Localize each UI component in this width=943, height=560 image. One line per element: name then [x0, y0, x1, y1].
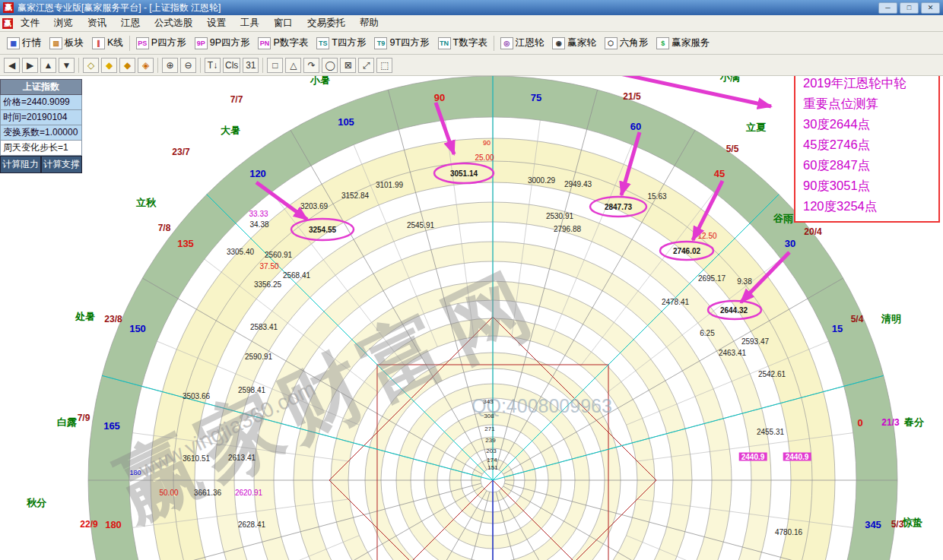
toolbar-button-5[interactable]: PNP数字表	[254, 35, 312, 51]
wheel-number-label: 34.38	[249, 220, 268, 229]
menu-item-1[interactable]: 浏览	[47, 15, 80, 31]
toolbar-button-label: P数字表	[273, 36, 308, 49]
toolbar-button-2[interactable]: ∥K线	[88, 35, 127, 51]
zoom-out-icon[interactable]: ⊖	[180, 58, 196, 73]
toolbar-button-3[interactable]: PSP四方形	[132, 35, 190, 51]
wheel-number-label: 3356.25	[254, 280, 281, 289]
solar-term-label: 秋分	[27, 496, 46, 510]
solar-term-label: 小满	[720, 76, 740, 84]
maximize-button[interactable]: □	[900, 2, 919, 14]
wheel-number-label: 3610.51	[183, 454, 210, 463]
diamond-yellow-icon[interactable]: ◆	[101, 58, 117, 73]
diamond-outline-icon[interactable]: ◇	[83, 58, 99, 73]
degree-label: 0	[857, 417, 862, 429]
menu-item-2[interactable]: 资讯	[81, 15, 113, 31]
minimize-button[interactable]: ─	[878, 2, 897, 14]
degree-label: 90	[434, 92, 445, 103]
menu-item-8[interactable]: 交易委托	[300, 15, 352, 31]
wheel-number-label: 2568.41	[283, 271, 310, 280]
toolbar-button-4[interactable]: 9P9P四方形	[191, 35, 254, 51]
toolbar-button-label: 江恩轮	[516, 36, 545, 49]
menu-bar: 赢 文件浏览资讯江恩公式选股设置工具窗口交易委托帮助	[0, 15, 943, 32]
toolbar-button-0[interactable]: ▦行情	[3, 35, 45, 51]
menu-item-7[interactable]: 窗口	[267, 15, 300, 31]
degree-label: 60	[630, 121, 641, 132]
main-toolbar: ▦行情▤板块∥K线PSP四方形9P9P四方形PNP数字表TST四方形T99T四方…	[0, 32, 943, 55]
menu-logo-icon: 赢	[2, 18, 13, 29]
solar-term-label: 处暑	[75, 310, 95, 324]
rect-tool-icon[interactable]: □	[267, 58, 283, 73]
wheel-number-label: 203	[486, 448, 496, 454]
instrument-name: 上证指数	[0, 79, 82, 95]
select-tool-icon[interactable]: ⬚	[376, 58, 392, 73]
wheel-number-label: 2593.47	[741, 337, 769, 346]
toolbar-button-label: T数字表	[453, 36, 487, 49]
date-label: 7/8	[158, 223, 171, 233]
wheel-number-label: 180	[129, 469, 141, 476]
diamond-plus-icon[interactable]: ◈	[138, 58, 154, 73]
toolbar-button-1[interactable]: ▤板块	[46, 35, 87, 51]
menu-item-0[interactable]: 文件	[14, 15, 46, 31]
calc-button-1[interactable]: 计算支撑	[41, 156, 82, 173]
pointer-up-icon[interactable]: ▲	[40, 58, 56, 73]
toolbar-separator	[200, 58, 201, 73]
solar-term-label: 清明	[881, 312, 901, 326]
ellipse-tool-icon[interactable]: ◯	[322, 58, 338, 73]
toolbar-button-label: 行情	[22, 36, 41, 49]
diamond-gold-icon[interactable]: ◆	[119, 58, 135, 73]
price-highlight-cell: 2440.9	[783, 453, 811, 461]
toolbar-button-6[interactable]: TST四方形	[313, 35, 370, 51]
toolbar-separator	[157, 58, 158, 73]
circle-x-tool-icon[interactable]: ⊠	[340, 58, 356, 73]
quotes-grid-icon: ▦	[7, 37, 20, 49]
date-label: 21/3	[881, 417, 899, 428]
title-bar: 赢 赢家江恩专业版[赢家服务平台] - [上证指数 江恩轮] ─ □ ✕	[0, 0, 943, 15]
menu-item-3[interactable]: 江恩	[114, 15, 147, 31]
degree-label: 150	[129, 323, 146, 334]
wheel-number-label: 271	[484, 426, 494, 432]
filter-icon[interactable]: ▼	[59, 58, 75, 73]
wheel-number-label: 33.33	[249, 210, 268, 218]
back-icon[interactable]: ◀	[4, 58, 20, 73]
degree-label: 120	[249, 168, 266, 179]
zoom-in-icon[interactable]: ⊕	[162, 58, 178, 73]
menu-item-4[interactable]: 公式选股	[148, 15, 199, 31]
date-label: 23/8	[104, 314, 122, 324]
triangle-tool-icon[interactable]: △	[285, 58, 301, 73]
instrument-info-panel: 上证指数 价格=2440.9099时间=20190104变换系数=1.00000…	[0, 79, 82, 173]
toolbar-separator	[262, 58, 263, 73]
wheel-number-label: 2542.61	[758, 370, 786, 378]
wheel-number-label: 3152.84	[341, 191, 369, 200]
toolbar-button-7[interactable]: T99T四方形	[370, 35, 433, 51]
p-square-icon: PS	[136, 37, 149, 49]
resize-tool-icon[interactable]: ⤢	[358, 58, 374, 73]
toolbar-button-label: 赢家服务	[672, 36, 710, 49]
calendar-icon[interactable]: 31	[243, 58, 259, 73]
toolbar-button-10[interactable]: ◉赢家轮	[548, 35, 600, 51]
instrument-info-rows: 价格=2440.9099时间=20190104变换系数=1.00000周天变化步…	[0, 95, 82, 156]
wheel-number-label: 151	[487, 464, 497, 471]
toolbar-button-8[interactable]: TNT数字表	[434, 35, 491, 51]
toolbar-button-12[interactable]: $赢家服务	[652, 35, 713, 51]
rotate-tool-icon[interactable]: ↷	[303, 58, 319, 73]
close-button[interactable]: ✕	[921, 2, 940, 14]
forward-icon[interactable]: ▶	[22, 58, 38, 73]
wheel-number-label: 2613.41	[228, 454, 256, 462]
wheel-number-label: 2590.91	[245, 353, 272, 361]
toolbar-button-11[interactable]: ⬡六角形	[601, 35, 652, 51]
cls-button[interactable]: Cls	[223, 58, 240, 73]
menu-item-6[interactable]: 工具	[233, 15, 266, 31]
wheel-number-label: 6.25	[700, 329, 714, 337]
sort-icon[interactable]: T↓	[205, 58, 221, 73]
wheel-number-label: 12.50	[697, 232, 716, 240]
wheel-number-label: 2478.41	[662, 298, 689, 306]
toolbar-button-9[interactable]: ◎江恩轮	[497, 35, 548, 51]
wheel-number-label: 2796.88	[554, 225, 581, 233]
calc-button-0[interactable]: 计算阻力	[0, 156, 41, 173]
menu-item-9[interactable]: 帮助	[353, 15, 386, 31]
wheel-number-label: 2463.41	[719, 349, 746, 357]
menu-item-5[interactable]: 设置	[200, 15, 233, 31]
app-window: 赢 赢家江恩专业版[赢家服务平台] - [上证指数 江恩轮] ─ □ ✕ 赢 文…	[0, 0, 943, 560]
hexagon-icon: ⬡	[605, 37, 618, 49]
wheel-number-label: 2598.41	[238, 386, 265, 394]
